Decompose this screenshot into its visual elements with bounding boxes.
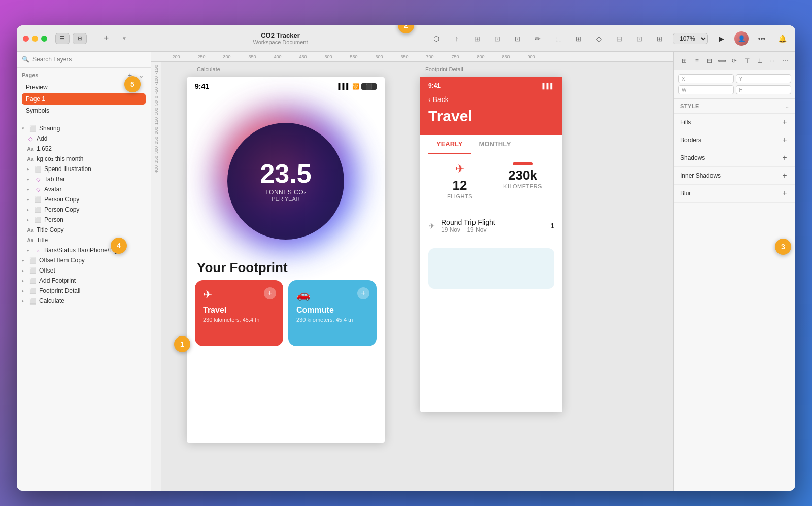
add-shadow-button[interactable]: + [780,153,789,162]
paste-tool[interactable]: ⊡ [632,31,647,46]
x-input[interactable] [690,76,730,82]
tab-yearly[interactable]: YEARLY [428,135,471,154]
page-symbols[interactable]: Symbols [22,105,146,116]
h-input[interactable] [748,87,788,93]
add-inner-shadow-button[interactable]: + [780,171,789,180]
more-align-button[interactable]: ⋯ [779,55,791,67]
page-page1[interactable]: Page 1 [22,93,146,105]
close-button[interactable] [23,36,29,42]
app-window: 2 ☰ ⊞ + ▼ CO2 Tracker Workspace Document… [17,25,795,491]
align-right-button[interactable]: ⊟ [703,55,716,67]
footprint-detail-artboard[interactable]: 9:41 ▌▌▌ ‹ Back Travel [420,77,562,412]
co2-circle: 23.5 TONNES CO₂ PER YEAR [227,123,344,240]
pages-section: Pages + ⌄ Preview Page 1 Symbols [17,68,151,120]
layer-title-copy[interactable]: Aa Title Copy [17,225,151,235]
layer-1652[interactable]: Aa 1.652 [17,144,151,154]
style-row-fills[interactable]: Fills + [674,114,795,131]
diamond-tool[interactable]: ⬡ [429,31,444,46]
sidebar-toggle-button[interactable]: ☰ [55,33,70,44]
align-middle-button[interactable]: ⊥ [754,55,766,67]
style-row-blur[interactable]: Blur + [674,185,795,203]
sidebar-search-bar[interactable]: 🔍 [17,52,151,68]
more-button[interactable]: ••• [755,31,769,46]
component-tool[interactable]: ◇ [592,31,606,46]
add-commute-button[interactable]: + [357,287,369,299]
symbol-icon: ⬦ [35,247,42,253]
style-row-inner-shadows[interactable]: Inner Shadows + [674,167,795,185]
layer-kg-co2[interactable]: Aa kg co₂ this month [17,154,151,164]
resize-tool[interactable]: ⊡ [490,31,504,46]
user-avatar[interactable]: 👤 [734,31,749,46]
layer-sharing[interactable]: ▾ ⬜ Sharing [17,123,151,133]
export-tool[interactable]: ⊞ [470,31,484,46]
crop-tool[interactable]: ⊡ [511,31,525,46]
layer-calculate[interactable]: ▸ ⬜ Calculate [17,296,151,306]
distribute-h-button[interactable]: ⟺ [716,55,728,67]
search-input[interactable] [32,56,146,63]
copy-tool[interactable]: ⊟ [612,31,626,46]
layer-add[interactable]: ◇ Add [17,133,151,144]
travel-card[interactable]: ✈ + Travel 230 kilometers. 45.4 tn [195,280,283,346]
text-icon: Aa [27,238,34,243]
style-row-borders[interactable]: Borders + [674,131,795,149]
dropdown-button[interactable]: ▼ [117,31,131,46]
select-tool[interactable]: ⬚ [551,31,565,46]
frame-icon: ⬜ [29,125,37,132]
commute-card[interactable]: 🚗 + Commute 230 kilometers. 45.4 tn [288,280,377,346]
layer-status-bar[interactable]: ▸ ⬦ Bars/Status Bar/iPhone/Light [17,245,151,255]
add-button[interactable]: + [99,31,113,46]
zoom-select[interactable]: 107% [673,33,708,44]
layer-title[interactable]: Aa Title [17,235,151,245]
frame-icon: ⬜ [29,298,37,305]
app-title: CO2 Tracker [261,31,300,39]
canvas-area[interactable]: 1 200 250 300 350 400 450 500 550 600 65… [151,52,673,491]
back-button[interactable]: ‹ Back [428,95,554,104]
chevron-right-icon: ▸ [27,217,32,222]
upload-tool[interactable]: ↑ [450,31,464,46]
play-button[interactable]: ▶ [714,31,728,46]
grid-view-button[interactable]: ⊞ [73,33,87,44]
layer-add-footprint[interactable]: ▸ ⬜ Add Footprint [17,276,151,286]
tab-monthly[interactable]: MONTHLY [471,135,519,154]
add-travel-button[interactable]: + [264,287,276,299]
layer-footprint-detail[interactable]: ▸ ⬜ Footprint Detail [17,286,151,296]
detail-statusbar: 9:41 ▌▌▌ [428,82,554,89]
align-top-button[interactable]: ⊤ [741,55,753,67]
diamond-icon: ◇ [35,176,42,183]
detail-stats: ✈ 12 FLIGHTS 230k KILOMETERS [428,162,554,199]
layer-tab-bar[interactable]: ▸ ◇ Tab Bar [17,174,151,184]
layer-person[interactable]: ▸ ⬜ Person [17,215,151,225]
ruler-top: 200 250 300 350 400 450 500 550 600 650 … [151,52,673,62]
group-tool[interactable]: ⊞ [653,31,667,46]
align-left-button[interactable]: ⊞ [678,55,690,67]
layer-person-copy-2[interactable]: ▸ ⬜ Person Copy [17,205,151,215]
add-blur-button[interactable]: + [780,189,789,198]
y-input[interactable] [748,76,788,82]
notifications-button[interactable]: 🔔 [775,31,789,46]
list-item-flight[interactable]: ✈ Round Trip Flight 19 Nov 19 Nov 1 [428,212,554,240]
distribute-v-button[interactable]: ⟳ [728,55,740,67]
layer-spend-illustration[interactable]: ▸ ⬜ Spend Illustration [17,164,151,174]
style-row-shadows[interactable]: Shadows + [674,149,795,167]
h-input-group: H [736,85,792,94]
flip-h-button[interactable]: ↔ [766,55,779,67]
minimize-button[interactable] [32,36,38,42]
align-center-button[interactable]: ≡ [691,55,703,67]
chevron-right-icon: ▸ [27,248,32,253]
layer-offset-item-copy[interactable]: ▸ ⬜ Offset Item Copy [17,255,151,265]
maximize-button[interactable] [41,36,47,42]
add-fill-button[interactable]: + [780,118,789,127]
calculate-artboard[interactable]: 9:41 ▌▌▌ 🛜 ⬛ 23.5 TONNES CO₂ PER YEAR [187,77,385,443]
layer-offset[interactable]: ▸ ⬜ Offset [17,265,151,276]
chevron-right-icon: ▸ [27,207,32,212]
pen-tool[interactable]: ✏ [531,31,545,46]
text-icon: Aa [27,227,34,233]
layer-person-copy-1[interactable]: ▸ ⬜ Person Copy [17,194,151,205]
layer-avatar[interactable]: ▸ ◇ Avatar [17,184,151,194]
chevron-left-icon: ‹ [428,95,431,104]
layers-tool[interactable]: ⊞ [571,31,586,46]
x-input-group: X [678,74,734,83]
w-input[interactable] [690,87,730,93]
frame-icon: ⬜ [35,196,42,203]
add-border-button[interactable]: + [780,136,789,145]
